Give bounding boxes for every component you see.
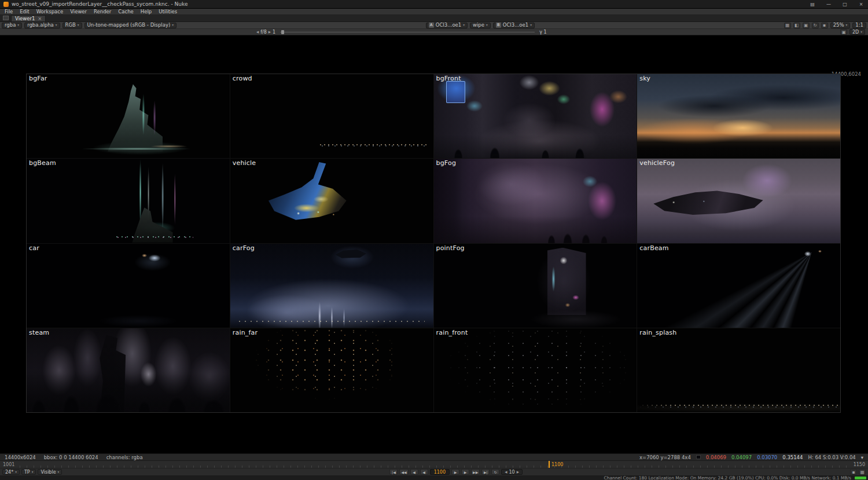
menu-bar: File Edit Workspace Viewer Render Cache … (0, 9, 868, 15)
viewer-process-value: Un-tone-mapped (sRGB - Display) (87, 23, 171, 28)
tp-value: TP (24, 470, 30, 475)
close-button[interactable]: × (858, 2, 865, 7)
pass-label: steam (29, 329, 49, 336)
minimize-button[interactable]: — (825, 2, 832, 7)
fps-dropdown[interactable]: 24*▾ (2, 469, 20, 475)
menu-edit[interactable]: Edit (16, 9, 32, 14)
sample-blue: 0.03070 (757, 455, 777, 460)
pass-label: sky (639, 75, 650, 82)
zoom-dropdown[interactable]: 25%▾ (830, 23, 851, 28)
menu-help[interactable]: Help (137, 9, 155, 14)
image-bbox: bbox: 0 0 14400 6024 (44, 455, 98, 460)
wipe-mode-value: wipe (473, 23, 484, 28)
tab-row: Viewer1 × (0, 15, 868, 22)
input-b-dropdown[interactable]: BOCI3...oe1▾ (493, 23, 535, 28)
view-mode-dropdown[interactable]: 2D▾ (849, 29, 865, 35)
play-backward-button[interactable]: ◀ (420, 469, 428, 475)
chevron-down-icon: ▾ (58, 470, 60, 475)
layer-dropdown[interactable]: rgba▾ (2, 23, 22, 28)
tp-dropdown[interactable]: TP▾ (21, 469, 36, 475)
maximize-button[interactable]: □ (841, 2, 848, 7)
chevron-down-icon: ▾ (486, 23, 488, 28)
fullscreen-icon[interactable]: ▦ (859, 469, 866, 475)
tab-viewer1-label: Viewer1 (15, 16, 35, 21)
proxy-value: 1:1 (855, 23, 863, 28)
render-pass-carBeam: carBeam (637, 244, 840, 328)
viewer-process-dropdown[interactable]: Un-tone-mapped (sRGB - Display)▾ (84, 23, 176, 28)
pass-label: bgFront (436, 75, 461, 82)
gain-slider[interactable] (280, 29, 535, 35)
frame-increment-field[interactable]: ◀10▶ (501, 469, 523, 475)
menu-cache[interactable]: Cache (115, 9, 137, 14)
chevron-down-icon: ▾ (15, 470, 17, 475)
menu-workspace[interactable]: Workspace (33, 9, 67, 14)
fstop-label: f/8 (260, 30, 267, 35)
proxy-toggle[interactable]: 1:1 (852, 23, 866, 28)
viewer-canvas[interactable]: 14400,6024 bgFar crowd bgFront sky bgBea… (0, 35, 868, 453)
play-forward-button[interactable]: ▶ (451, 469, 459, 475)
pane-menu-icon[interactable] (3, 16, 9, 20)
menu-utilities[interactable]: Utilities (155, 9, 181, 14)
system-status-text: Channel Count: 180 Localization Mode: On… (604, 475, 851, 480)
render-pass-bgBeam: bgBeam (27, 159, 230, 243)
previous-keyframe-button[interactable]: ◀◀ (399, 469, 408, 475)
increment-down-icon[interactable]: ◀ (505, 470, 507, 474)
sample-red: 0.04069 (706, 455, 726, 460)
next-keyframe-button[interactable]: ▶▶ (471, 469, 480, 475)
tab-viewer1[interactable]: Viewer1 × (11, 15, 46, 21)
contact-sheet: bgFar crowd bgFront sky bgBeam vehicle b… (26, 74, 841, 413)
input-a-value: OCI3...oe1 (436, 23, 461, 28)
timeline-playhead-frame: 1100 (551, 462, 563, 467)
pointer-position: x=7060 y=2788 4x4 (639, 455, 691, 460)
increment-up-icon[interactable]: ▶ (517, 470, 519, 474)
timeline-playhead[interactable] (549, 461, 550, 468)
gamma-icon[interactable]: ▣ (840, 29, 847, 35)
pass-label: vehicle (233, 159, 256, 167)
tab-close-icon[interactable]: × (38, 16, 42, 21)
loop-mode-button[interactable]: ↻ (491, 469, 499, 475)
render-pass-car: car (27, 244, 230, 328)
pass-label: crowd (233, 75, 252, 82)
render-pass-vehicleFog: vehicleFog (637, 159, 840, 243)
input-a-dropdown[interactable]: AOCI3...oe1▾ (426, 23, 468, 28)
render-pass-steam: steam (27, 328, 230, 412)
pause-icon[interactable]: ▪ (821, 23, 828, 28)
go-to-start-button[interactable]: |◀ (389, 469, 398, 475)
step-back-button[interactable]: ◀ (410, 469, 418, 475)
menu-viewer[interactable]: Viewer (67, 9, 90, 14)
wipe-icon[interactable]: ◧ (793, 23, 800, 28)
cache-status-indicator (855, 477, 866, 479)
render-pass-rain-front: rain_front (434, 328, 637, 412)
chevron-down-icon: ▾ (463, 23, 465, 28)
channels-dropdown[interactable]: RGB▾ (62, 23, 82, 28)
render-pass-vehicle: vehicle (230, 159, 433, 243)
wipe-mode-dropdown[interactable]: wipe▾ (470, 23, 491, 28)
roi-icon[interactable]: ▣ (803, 23, 810, 28)
render-pass-rain-far: rain_far (230, 328, 433, 412)
input-b-value: OCI3...oe1 (503, 23, 528, 28)
menu-file[interactable]: File (1, 9, 16, 14)
go-to-end-button[interactable]: ▶| (481, 469, 490, 475)
step-forward-button[interactable]: ▶ (461, 469, 469, 475)
alpha-layer-dropdown[interactable]: rgba.alpha▾ (24, 23, 60, 28)
timeline-ticks (20, 466, 848, 468)
fstop-increase-icon[interactable]: ▶ (269, 30, 271, 34)
chevron-down-icon[interactable]: ▾ (861, 455, 863, 460)
gain-slider-track (280, 32, 535, 32)
grid-icon[interactable]: ▦ (784, 23, 791, 28)
fstop-decrease-icon[interactable]: ◀ (256, 30, 259, 34)
nuke-app-icon (3, 2, 9, 7)
chevron-down-icon: ▾ (32, 470, 34, 475)
menu-render[interactable]: Render (90, 9, 115, 14)
refresh-icon[interactable]: ↻ (812, 23, 819, 28)
gain-slider-handle[interactable] (281, 30, 284, 34)
lock-range-icon[interactable]: ▪ (850, 469, 857, 475)
visibility-value: Visible (41, 470, 56, 475)
visibility-dropdown[interactable]: Visible▾ (38, 469, 62, 475)
sample-alpha: 0.35144 (782, 455, 803, 460)
gamma-display: γ 1 (539, 30, 546, 35)
render-pass-pointFog: pointFog (434, 244, 637, 328)
timeline[interactable]: 1001 1100 1150 (0, 460, 868, 468)
current-frame-field[interactable]: 1100 (430, 469, 450, 475)
monitor-icon[interactable]: ▤ (809, 2, 816, 7)
